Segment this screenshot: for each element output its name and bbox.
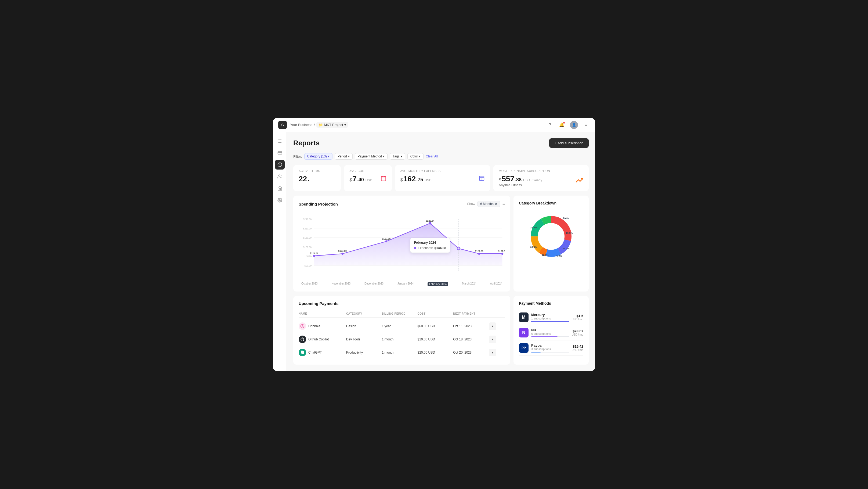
col-cost: COST <box>417 312 453 315</box>
svg-text:28.6%: 28.6% <box>530 226 537 229</box>
nu-icon: N <box>519 328 529 337</box>
avatar[interactable]: 👤 <box>570 121 578 129</box>
stat-expensive-label: Most Expensive Subscription <box>499 169 583 173</box>
calendar-icon <box>380 176 386 183</box>
x-label-oct: October 2023 <box>301 282 318 286</box>
payments-title: Upcoming Payments <box>299 301 505 306</box>
paypal-name: Paypal <box>531 343 569 347</box>
stat-avg-monthly-value: $ 162.75 USD <box>400 175 432 183</box>
nu-subs: 6 subscriptions <box>531 332 569 335</box>
mercury-icon: M <box>519 312 529 322</box>
x-label-dec: December 2023 <box>365 282 383 286</box>
svg-text:13.4%: 13.4% <box>530 246 537 248</box>
paypal-subs: 3 subscriptions <box>531 347 569 350</box>
mercury-amount: $1.5 USD / mo <box>572 314 583 321</box>
stat-expensive-row: $ 557.88 USD / Yearly Anytime Fitness <box>499 175 583 187</box>
expand-github-button[interactable]: ▾ <box>489 336 496 343</box>
chevron-icon: ▾ <box>348 154 350 158</box>
billing-github: 1 month <box>382 337 417 341</box>
filter-tags[interactable]: Tags ▾ <box>390 153 405 160</box>
menu-button[interactable]: ≡ <box>582 121 590 129</box>
billing-chatgpt: 1 month <box>382 350 417 355</box>
notifications-button[interactable]: 🔔 <box>558 121 566 129</box>
chart-icon <box>479 176 485 183</box>
chevron-down-icon: ▾ <box>344 123 346 127</box>
svg-point-29 <box>501 252 503 255</box>
category-dribbble: Design <box>346 324 382 328</box>
page-header: Reports + Add subscription <box>293 139 589 148</box>
chevron-icon: ▾ <box>328 154 330 158</box>
show-label: Show <box>467 202 475 206</box>
expand-chatgpt-button[interactable]: ▾ <box>489 349 496 356</box>
svg-point-25 <box>385 240 388 242</box>
project-selector[interactable]: 📁 MKT Project ▾ <box>316 122 348 128</box>
action-chatgpt: ▾ <box>489 349 505 356</box>
table-header: NAME CATEGORY BILLING PERIOD COST NEXT P… <box>299 310 505 317</box>
chatgpt-icon <box>299 349 306 356</box>
table-row: ChatGPT Productivity 1 month $20.00 USD … <box>299 346 505 359</box>
trending-up-icon <box>576 177 583 185</box>
github-icon <box>299 336 306 343</box>
svg-text:$240.00: $240.00 <box>303 218 312 221</box>
chevron-icon: ▾ <box>401 154 402 158</box>
sidebar-item-settings[interactable] <box>275 195 285 205</box>
period-selector[interactable]: 6 Months ✕ <box>477 201 500 207</box>
paypal-icon: PP <box>519 343 529 353</box>
sidebar-item-menu[interactable]: ☰ <box>275 136 285 146</box>
filter-color[interactable]: Color ▾ <box>407 153 424 160</box>
payment-methods-card: Payment Methods M Mercury 1 subscription… <box>514 296 589 365</box>
chart-header: Spending Projection Show 6 Months ✕ ≡ <box>299 201 505 207</box>
stat-avg-monthly: Avg. Monthly Expenses $ 162.75 USD <box>395 165 490 191</box>
sidebar-item-reports[interactable] <box>275 160 285 170</box>
action-dribbble: ▾ <box>489 323 505 330</box>
svg-text:$210.00: $210.00 <box>303 227 312 230</box>
svg-text:$121.02: $121.02 <box>310 252 318 255</box>
mercury-cost: $1.5 <box>572 314 583 318</box>
svg-point-28 <box>478 252 480 255</box>
add-subscription-button[interactable]: + Add subscription <box>549 139 589 148</box>
next-dribbble: Oct 11, 2023 <box>453 324 489 328</box>
close-icon: ✕ <box>495 202 497 206</box>
svg-text:8.4%: 8.4% <box>563 217 569 219</box>
col-name: NAME <box>299 312 346 315</box>
mercury-bar <box>531 321 569 322</box>
filter-category[interactable]: Category (13) ▾ <box>304 153 333 160</box>
breakdown-title: Category Breakdown <box>519 201 583 205</box>
table-row: Dribbble Design 1 year $60.00 USD Oct 11… <box>299 320 505 333</box>
sidebar-item-users[interactable] <box>275 172 285 181</box>
breadcrumb: Your Business / 📁 MKT Project ▾ <box>290 122 348 128</box>
sidebar-item-building[interactable] <box>275 184 285 193</box>
svg-text:$226.34: $226.34 <box>426 219 434 222</box>
svg-text:14.7%: 14.7% <box>563 247 569 250</box>
table-row: Github Copilot Dev Tools 1 month $10.00 … <box>299 333 505 346</box>
x-label-feb: February 2024 <box>428 282 448 286</box>
clear-all-button[interactable]: Clear All <box>426 154 438 158</box>
sidebar-item-cards[interactable] <box>275 148 285 158</box>
service-name-github: Github Copilot <box>299 336 346 343</box>
chevron-icon: ▾ <box>419 154 421 158</box>
svg-point-3 <box>278 175 280 176</box>
filter-payment-method[interactable]: Payment Method ▾ <box>355 153 388 160</box>
bottom-section: Upcoming Payments NAME CATEGORY BILLING … <box>293 296 589 365</box>
top-nav: S Your Business / 📁 MKT Project ▾ ? 🔔 👤 … <box>273 118 595 132</box>
paypal-period: USD / mo <box>572 348 583 352</box>
nu-info: Nu 6 subscriptions <box>531 328 569 337</box>
x-label-mar: March 2024 <box>462 282 476 286</box>
paypal-cost: $15.42 <box>572 344 583 348</box>
x-label-jan: January 2024 <box>398 282 414 286</box>
chart-menu-button[interactable]: ≡ <box>502 202 505 206</box>
help-button[interactable]: ? <box>546 121 554 129</box>
folder-icon: 📁 <box>318 123 323 127</box>
col-next: NEXT PAYMENT <box>453 312 489 315</box>
nu-cost: $93.07 <box>572 329 583 333</box>
payments-card: Upcoming Payments NAME CATEGORY BILLING … <box>293 296 510 365</box>
chevron-icon: ▾ <box>383 154 384 158</box>
sidebar: ☰ <box>273 132 287 371</box>
stat-expensive-value: $ 557.88 USD / Yearly Anytime Fitness <box>499 175 542 187</box>
next-github: Oct 18, 2023 <box>453 337 489 341</box>
expand-dribbble-button[interactable]: ▾ <box>489 323 496 330</box>
spending-chart-card: Spending Projection Show 6 Months ✕ ≡ <box>293 195 510 292</box>
app-window: S Your Business / 📁 MKT Project ▾ ? 🔔 👤 … <box>273 118 595 371</box>
filter-period[interactable]: Period ▾ <box>335 153 352 160</box>
action-github: ▾ <box>489 336 505 343</box>
